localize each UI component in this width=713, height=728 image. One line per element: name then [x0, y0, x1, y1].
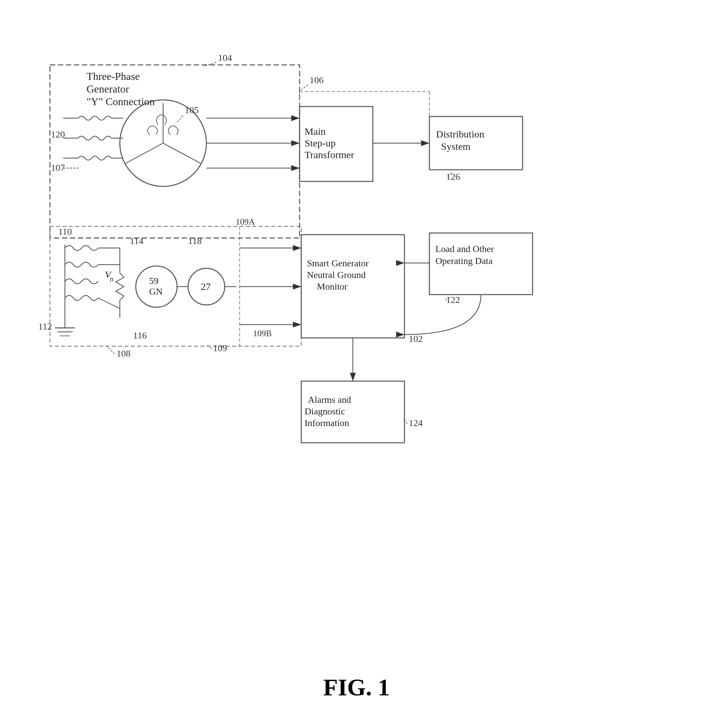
ref-109B: 109B: [253, 328, 271, 338]
smart-gen-label: Smart Generator: [307, 258, 369, 268]
ref-120: 120: [51, 129, 65, 139]
ref-107: 107: [51, 163, 65, 173]
diagram-container: 104 106 Three-Phase Generator "Y" Connec…: [20, 20, 692, 652]
transformer-label3: Transformer: [304, 149, 354, 160]
ref-104: 104: [218, 52, 232, 63]
ref-112: 112: [38, 321, 52, 331]
generator-label3: "Y" Connection: [87, 95, 155, 107]
ref-118: 118: [188, 236, 202, 246]
ref-116: 116: [133, 330, 147, 340]
alarms-label3: Information: [304, 418, 349, 428]
generator-label2: Generator: [87, 83, 129, 95]
ref-126: 126: [446, 172, 460, 182]
svg-line-4: [301, 85, 308, 90]
relay-59-gn: GN: [149, 286, 163, 297]
ref-109A: 109A: [236, 217, 255, 227]
generator-label: Three-Phase: [87, 70, 140, 82]
ref-122: 122: [446, 295, 460, 305]
ref-109: 109: [213, 343, 227, 353]
distribution-label2: System: [441, 141, 470, 152]
svg-line-38: [98, 298, 120, 309]
alarms-label: Alarms and: [308, 394, 351, 405]
smart-gen-label2: Neutral Ground: [307, 270, 366, 280]
ref-114: 114: [130, 236, 143, 246]
smart-gen-label3: Monitor: [317, 281, 348, 292]
ref-108: 108: [116, 348, 130, 358]
svg-line-25: [106, 346, 115, 354]
transformer-label: Main: [304, 126, 325, 137]
svg-line-8: [163, 143, 201, 163]
figure-label: FIG. 1: [323, 674, 390, 701]
load-label: Load and Other: [436, 244, 494, 254]
alarms-label2: Diagnostic: [304, 406, 345, 416]
ref-110: 110: [58, 226, 72, 237]
distribution-label: Distribution: [436, 128, 484, 139]
ref-106: 106: [310, 75, 324, 85]
ref-105: 105: [185, 105, 199, 115]
load-label2: Operating Data: [436, 256, 493, 266]
vn-subscript: n: [110, 274, 113, 283]
svg-line-9: [176, 115, 183, 123]
relay-27-label: 27: [201, 281, 211, 292]
svg-line-7: [125, 143, 163, 163]
transformer-label2: Step-up: [304, 137, 336, 148]
ref-124: 124: [409, 418, 423, 428]
relay-59-label: 59: [149, 276, 158, 286]
ref-102: 102: [409, 334, 423, 344]
